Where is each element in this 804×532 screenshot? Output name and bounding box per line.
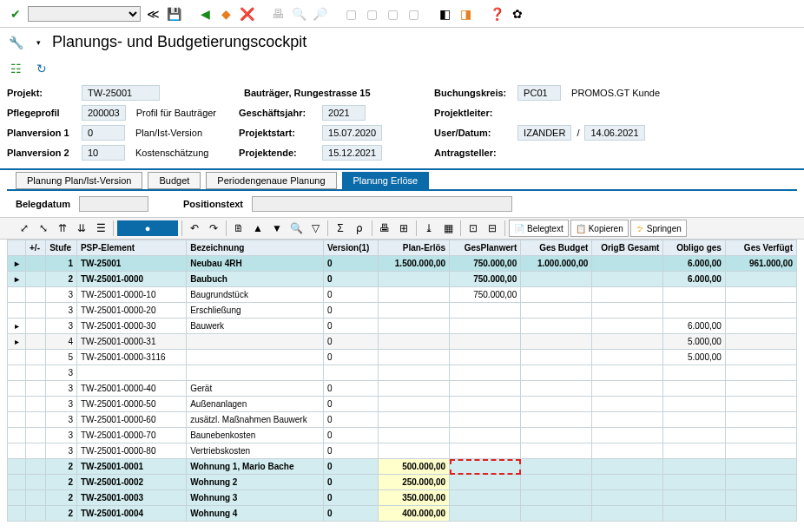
col-origb[interactable]: OrigB Gesamt: [592, 240, 663, 256]
positionstext-input[interactable]: [252, 196, 512, 212]
cell-planerloes[interactable]: [379, 272, 450, 287]
settings-icon[interactable]: ✿: [509, 5, 526, 23]
sum-icon[interactable]: Σ: [332, 220, 349, 237]
find-icon[interactable]: 🔍: [290, 5, 307, 23]
shortcut2-icon[interactable]: ◨: [457, 5, 474, 23]
cell-planerloes[interactable]: [379, 303, 450, 319]
cell-planerloes[interactable]: [379, 443, 450, 459]
table-row[interactable]: ▸4TW-25001-0000-3105.000,00: [8, 334, 797, 350]
col-gesplanwert[interactable]: GesPlanwert: [450, 240, 521, 256]
table-row[interactable]: 3TW-25001-0000-20Erschließung0: [8, 303, 797, 319]
col-planerloes[interactable]: Plan-Erlös: [379, 240, 450, 256]
filter-icon[interactable]: ▽: [306, 220, 324, 237]
belegtext-button[interactable]: 📄Belegtext: [509, 220, 569, 237]
tree-ctrl3-icon[interactable]: ☰: [92, 220, 109, 237]
cell-exp[interactable]: ▸: [8, 256, 26, 272]
kopieren-button[interactable]: 📋Kopieren: [570, 220, 629, 237]
sort-asc-icon[interactable]: ▲: [249, 220, 267, 237]
gj-value[interactable]: 2021: [322, 105, 366, 121]
cell-planerloes[interactable]: [379, 428, 450, 443]
data-grid[interactable]: +/- Stufe PSP-Element Bezeichnung Versio…: [7, 240, 797, 522]
tab-plan-ist[interactable]: Planung Plan/Ist-Version: [16, 172, 142, 189]
cell-planerloes[interactable]: 1.500.000,00: [379, 256, 450, 272]
cell-planerloes[interactable]: [379, 381, 450, 397]
cell-planerloes[interactable]: 350.000,00: [379, 490, 450, 506]
planversion1-value[interactable]: 0: [82, 125, 125, 141]
help-icon[interactable]: ❓: [488, 5, 505, 23]
projektstart-value[interactable]: 15.07.2020: [322, 125, 382, 141]
datum-value[interactable]: 14.06.2021: [584, 125, 644, 141]
cell-planerloes[interactable]: [379, 397, 450, 412]
table-row[interactable]: 5TW-25001-0000-311605.000,00: [8, 350, 797, 365]
layout2-icon[interactable]: ⊟: [484, 220, 501, 237]
view-icon[interactable]: ⊞: [395, 220, 412, 237]
layout-icon[interactable]: ⊡: [465, 220, 482, 237]
table-row[interactable]: 2TW-25001-0003Wohnung 30350.000,00: [8, 490, 797, 506]
table-row[interactable]: 3TW-25001-0000-70Baunebenkosten0: [8, 428, 797, 443]
table-row[interactable]: ▸3TW-25001-0000-30Bauwerk06.000,00: [8, 319, 797, 334]
table-row[interactable]: 3TW-25001-0000-60zusätzl. Maßnahmen Bauw…: [8, 412, 797, 428]
session1-icon[interactable]: ▢: [342, 5, 359, 23]
record-indicator[interactable]: ●: [117, 220, 178, 236]
expand-all-icon[interactable]: ⤢: [16, 220, 33, 237]
session3-icon[interactable]: ▢: [384, 5, 401, 23]
cell-planerloes[interactable]: [379, 365, 450, 381]
cell-exp[interactable]: ▸: [8, 272, 26, 287]
session2-icon[interactable]: ▢: [363, 5, 380, 23]
dropdown-icon[interactable]: ▾: [30, 34, 47, 51]
cell-planerloes[interactable]: 250.000,00: [379, 475, 450, 490]
table-row[interactable]: ▸1TW-25001Neubau 4RH01.500.000,00750.000…: [8, 256, 797, 272]
cell-planerloes[interactable]: 400.000,00: [379, 506, 450, 522]
col-bez[interactable]: Bezeichnung: [187, 240, 324, 256]
springen-button[interactable]: ⭍Springen: [630, 220, 687, 237]
col-psp[interactable]: PSP-Element: [76, 240, 186, 256]
redo-icon[interactable]: ↷: [205, 220, 222, 237]
session4-icon[interactable]: ▢: [405, 5, 422, 23]
cancel-icon[interactable]: ❌: [238, 5, 255, 23]
pflegeprofil-value[interactable]: 200003: [82, 105, 126, 121]
cell-exp[interactable]: ▸: [8, 334, 26, 350]
table-row[interactable]: 2TW-25001-0002Wohnung 20250.000,00: [8, 475, 797, 490]
undo-icon[interactable]: ↶: [186, 220, 203, 237]
table-row[interactable]: 3TW-25001-0000-40Gerät0: [8, 381, 797, 397]
nav-back-icon[interactable]: ◀: [196, 5, 214, 23]
collapse-all-icon[interactable]: ⤡: [35, 220, 52, 237]
table-row[interactable]: 3TW-25001-0000-80Vertriebskosten0: [8, 443, 797, 459]
export-icon[interactable]: ⤓: [420, 220, 438, 237]
table-row[interactable]: 3TW-25001-0000-50Außenanlagen0: [8, 397, 797, 412]
cell-planerloes[interactable]: [379, 319, 450, 334]
belegdatum-input[interactable]: [79, 196, 148, 212]
object-icon[interactable]: 🔧: [7, 34, 24, 51]
tab-budget[interactable]: Budget: [148, 172, 201, 189]
bukrs-value[interactable]: PC01: [517, 85, 561, 101]
find-next-icon[interactable]: 🔎: [311, 5, 328, 23]
cell-planerloes[interactable]: [379, 287, 450, 303]
accept-icon[interactable]: ✔: [7, 5, 24, 23]
cell-planerloes[interactable]: [379, 350, 450, 365]
tree-ctrl1-icon[interactable]: ⇈: [54, 220, 71, 237]
shortcut1-icon[interactable]: ◧: [436, 5, 453, 23]
table-row[interactable]: 2TW-25001-0004Wohnung 40400.000,00: [8, 506, 797, 522]
hierarchy-icon[interactable]: ☷: [7, 60, 24, 77]
transaction-select[interactable]: [28, 6, 141, 22]
cell-exp[interactable]: ▸: [8, 319, 26, 334]
cell-planerloes[interactable]: [379, 412, 450, 428]
projekt-value[interactable]: TW-25001: [82, 85, 160, 101]
user-value[interactable]: IZANDER: [517, 125, 571, 141]
print-icon[interactable]: 🖶: [269, 5, 287, 23]
find-grid-icon[interactable]: 🔍: [287, 220, 305, 237]
back-icon[interactable]: ≪: [144, 5, 161, 23]
tab-erloese[interactable]: Planung Erlöse: [342, 172, 430, 189]
col-gesbudget[interactable]: Ges Budget: [521, 240, 592, 256]
col-obligo[interactable]: Obligo ges: [663, 240, 726, 256]
refresh-icon[interactable]: ↻: [33, 60, 50, 77]
print-grid-icon[interactable]: 🖶: [376, 220, 393, 237]
save-icon[interactable]: 💾: [165, 5, 182, 23]
planversion2-value[interactable]: 10: [82, 145, 125, 161]
cell-planerloes[interactable]: 500.000,00: [379, 459, 450, 475]
detail-icon[interactable]: 🗎: [230, 220, 247, 237]
table-row[interactable]: 3: [8, 365, 797, 381]
tree-ctrl2-icon[interactable]: ⇊: [73, 220, 90, 237]
col-pm[interactable]: +/-: [26, 240, 46, 256]
excel-icon[interactable]: ▦: [439, 220, 457, 237]
